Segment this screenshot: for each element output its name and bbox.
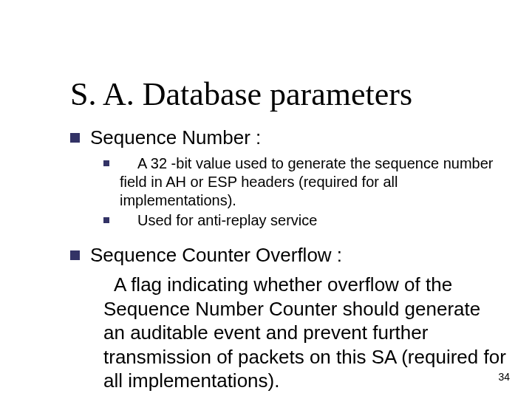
bullet-text: Sequence Number :: [90, 126, 261, 150]
slide: S. A. Database parameters Sequence Numbe…: [0, 0, 532, 399]
slide-title: S. A. Database parameters: [70, 78, 412, 112]
bullet-level1: Sequence Number :: [70, 126, 506, 150]
square-bullet-icon: [103, 160, 109, 166]
paragraph-text: A flag indicating whether overflow of th…: [103, 273, 506, 393]
square-bullet-icon: [70, 133, 80, 143]
bullet-text: A 32 -bit value used to generate the seq…: [120, 154, 506, 210]
sub-bullet-group: A 32 -bit value used to generate the seq…: [103, 154, 506, 230]
paragraph-text-content: A flag indicating whether overflow of th…: [103, 273, 506, 392]
bullet-level2: A 32 -bit value used to generate the seq…: [103, 154, 506, 210]
bullet-text: Used for anti-replay service: [120, 211, 317, 230]
paragraph-block: A flag indicating whether overflow of th…: [103, 273, 506, 393]
bullet-level2: Used for anti-replay service: [103, 211, 506, 230]
bullet-text-content: A 32 -bit value used to generate the seq…: [120, 155, 493, 208]
square-bullet-icon: [70, 250, 80, 260]
page-number: 34: [498, 371, 510, 383]
bullet-text: Sequence Counter Overflow :: [90, 243, 342, 267]
bullet-level1: Sequence Counter Overflow :: [70, 243, 506, 267]
bullet-text-content: Used for anti-replay service: [137, 212, 317, 228]
square-bullet-icon: [103, 217, 109, 223]
slide-body: Sequence Number : A 32 -bit value used t…: [70, 122, 506, 393]
